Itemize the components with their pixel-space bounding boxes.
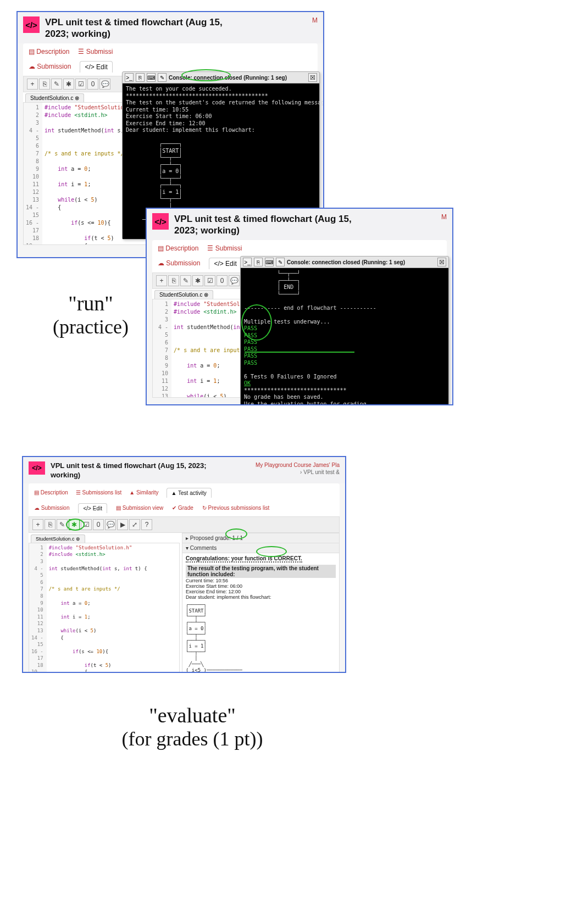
console-copy-icon[interactable]: ⎘ (254, 258, 263, 266)
header: </> VPL unit test & timed flowchart (Aug… (23, 457, 345, 483)
tb-zero[interactable]: 0 (93, 519, 104, 530)
page-title: VPL unit test & timed flowchart (Aug 15,… (51, 461, 226, 480)
tb-bug[interactable]: ✱ (69, 519, 80, 530)
console-title: Console: connection closed (Running: 1 s… (287, 259, 435, 265)
tab-edit[interactable]: </> Edit (78, 503, 107, 513)
vpl-code-icon: </> (23, 16, 40, 33)
proposed-grade[interactable]: ▸ Proposed grade: 1 / 1 (182, 533, 339, 543)
editor-toolbar: + ⎘ ✎ ✱ ☑ 0 💬 ▶ ⤢ ? (29, 516, 340, 533)
highlight-underline (245, 352, 354, 353)
code-body[interactable]: #include "StudentSolution.h" #include <s… (47, 543, 149, 673)
tb-new[interactable]: + (156, 275, 167, 286)
tb-bug[interactable]: ✱ (63, 79, 74, 90)
header: </> VPL unit test & timed flowchart (Aug… (147, 209, 452, 240)
code-editor[interactable]: 1 2 3 4 - 5 6 7 8 9 10 11 12 13 14 - 15 … (29, 543, 180, 673)
tb-redo[interactable]: ✎ (180, 275, 191, 286)
tb-zero[interactable]: 0 (87, 79, 98, 90)
console-close-icon[interactable]: ☒ (437, 258, 446, 266)
tab-submission[interactable]: ☁ Submission (34, 503, 69, 513)
page-title: VPL unit test & timed flowchart (Aug 15,… (45, 16, 232, 40)
tb-run[interactable]: ▶ (117, 519, 128, 530)
primary-tabs: ▤ Description ☰ Submissions list ▲ Simil… (29, 483, 340, 501)
tb-comment[interactable]: 💬 (229, 275, 240, 286)
console-keyboard-icon[interactable]: ⌨ (265, 258, 274, 266)
tab-description[interactable]: ▤ Description (29, 48, 69, 55)
vpl-code-icon: </> (152, 213, 169, 230)
caption-run-title: "run" (27, 291, 154, 315)
file-tab[interactable]: StudentSolution.c ⊗ (25, 93, 84, 102)
page-title: VPL unit test & timed flowchart (Aug 15,… (174, 213, 361, 237)
screenshot-evaluate: </> VPL unit test & timed flowchart (Aug… (22, 456, 346, 673)
tab-grade[interactable]: ✔ Grade (172, 503, 193, 513)
tab-previous[interactable]: ↻ Previous submissions list (202, 503, 270, 513)
tab-description[interactable]: ▤ Description (158, 244, 198, 252)
caption-run: "run" (practice) (27, 291, 154, 338)
tab-submission-view[interactable]: ▤ Submission view (116, 503, 163, 513)
console-window: >_ ⎘ ⌨ ✎ Console: connection closed (Run… (240, 256, 449, 405)
secondary-tabs: ☁ Submission </> Edit ▤ Submission view … (29, 501, 340, 516)
tab-submission[interactable]: ☁ Submission (29, 61, 71, 73)
caption-evaluate: "evaluate" (for grades (1 pt)) (82, 703, 302, 750)
tb-expand[interactable]: ⤢ (129, 519, 140, 530)
tb-help[interactable]: ? (141, 519, 152, 530)
console-keyboard-icon[interactable]: ⌨ (147, 73, 156, 82)
tb-new[interactable]: + (32, 519, 43, 530)
caption-evaluate-sub: (for grades (1 pt)) (82, 727, 302, 750)
console-close-icon[interactable]: ☒ (308, 73, 317, 82)
result-head: The result of the testing program, with … (186, 565, 336, 578)
tb-zero[interactable]: 0 (217, 275, 228, 286)
tb-save[interactable]: ⎘ (45, 519, 56, 530)
tab-submissions[interactable]: ☰ Submissions list (76, 489, 121, 496)
tab-submissions[interactable]: ☰ Submissi (207, 244, 242, 252)
tb-comment[interactable]: 💬 (105, 519, 116, 530)
tab-description[interactable]: ▤ Description (34, 489, 68, 496)
tb-redo[interactable]: ✎ (51, 79, 62, 90)
tb-check[interactable]: ☑ (81, 519, 92, 530)
tb-save[interactable]: ⎘ (39, 79, 50, 90)
console-output[interactable]: └──┬──┘ ┌──┴──┐ │ END │ └─────┘ --------… (241, 268, 448, 405)
caption-run-sub: (practice) (27, 315, 154, 338)
caption-evaluate-title: "evaluate" (82, 703, 302, 727)
tab-edit[interactable]: </> Edit (209, 258, 241, 269)
congrats-text: Congratulations: your function is CORREC… (186, 555, 302, 563)
console-title: Console: connection closed (Running: 1 s… (169, 75, 306, 81)
console-prompt-icon[interactable]: >_ (243, 258, 252, 266)
primary-tabs: ▤ Description ☰ Submissi (23, 43, 318, 59)
console-pen-icon[interactable]: ✎ (158, 73, 167, 82)
tab-similarity[interactable]: ▲ Similarity (129, 489, 158, 496)
file-tab[interactable]: StudentSolution.c ⊗ (154, 290, 213, 299)
flowchart-ascii: ┌─────┐ │START│ └──┬──┘ ┌──┴──┐ │a = 0│ … (186, 602, 336, 673)
tb-comment[interactable]: 💬 (99, 79, 110, 90)
line-gutter: 1 2 3 4 - 5 6 7 8 9 10 11 12 13 14 - 15 … (153, 299, 171, 397)
tab-edit[interactable]: </> Edit (80, 61, 112, 73)
console-copy-icon[interactable]: ⎘ (136, 73, 145, 82)
console-pen-icon[interactable]: ✎ (276, 258, 285, 266)
evaluation-panel: ▸ Proposed grade: 1 / 1 ▾ Comments Congr… (182, 533, 340, 673)
screenshot-run-bottom: </> VPL unit test & timed flowchart (Aug… (146, 208, 453, 405)
tb-check[interactable]: ☑ (204, 275, 215, 286)
breadcrumb: My Playground Course James' Pla › VPL un… (256, 461, 340, 476)
tb-new[interactable]: + (27, 79, 38, 90)
tab-submissions[interactable]: ☰ Submissi (78, 48, 113, 55)
truncated-label: M (312, 16, 318, 24)
tab-submission[interactable]: ☁ Submission (158, 258, 200, 269)
info-lines: Current time: 10:56 Exercise Start time:… (186, 578, 336, 600)
tb-bug[interactable]: ✱ (192, 275, 203, 286)
line-gutter: 1 2 3 4 - 5 6 7 8 9 10 11 12 13 14 - 15 … (24, 103, 42, 244)
file-tab[interactable]: StudentSolution.c ⊗ (31, 535, 85, 543)
primary-tabs: ▤ Description ☰ Submissi (152, 240, 447, 255)
vpl-code-icon: </> (29, 461, 45, 475)
tb-save[interactable]: ⎘ (168, 275, 179, 286)
tb-check[interactable]: ☑ (75, 79, 86, 90)
console-prompt-icon[interactable]: >_ (125, 73, 134, 82)
header: </> VPL unit test & timed flowchart (Aug… (18, 12, 323, 43)
tb-redo[interactable]: ✎ (57, 519, 68, 530)
tab-test-activity[interactable]: ▲ Test activity (167, 488, 212, 498)
truncated-label: M (441, 213, 447, 221)
comments-toggle[interactable]: ▾ Comments (182, 543, 339, 553)
line-gutter: 1 2 3 4 - 5 6 7 8 9 10 11 12 13 14 - 15 … (29, 543, 47, 673)
